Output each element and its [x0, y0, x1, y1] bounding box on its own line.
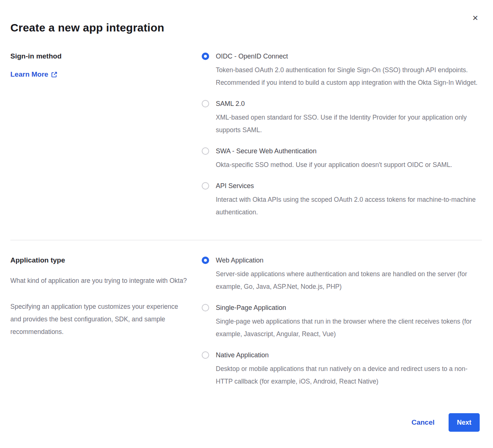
option-body: SWA - Secure Web Authentication Okta-spe… [216, 147, 452, 171]
option-label[interactable]: Web Application [216, 256, 480, 265]
cancel-button[interactable]: Cancel [412, 418, 435, 427]
option-label[interactable]: SAML 2.0 [216, 99, 480, 108]
application-type-section: Application type What kind of applicatio… [10, 256, 480, 388]
application-type-help-text: Specifying an application type customize… [10, 300, 187, 338]
signin-method-left-column: Sign-in method Learn More [10, 52, 202, 78]
option-body: API Services Interact with Okta APIs usi… [216, 181, 480, 218]
radio-selected-icon[interactable] [202, 257, 209, 264]
signin-method-label: Sign-in method [10, 52, 187, 61]
signin-option-oidc[interactable]: OIDC - OpenID Connect Token-based OAuth … [202, 52, 480, 89]
option-description: Okta-specific SSO method. Use if your ap… [216, 158, 452, 171]
apptype-option-spa[interactable]: Single-Page Application Single-page web … [202, 303, 480, 340]
option-description: XML-based open standard for SSO. Use if … [216, 111, 480, 136]
application-type-options: Web Application Server-side applications… [202, 256, 480, 388]
radio-icon[interactable] [202, 351, 209, 359]
radio-icon[interactable] [202, 182, 209, 190]
signin-option-saml[interactable]: SAML 2.0 XML-based open standard for SSO… [202, 99, 480, 136]
option-body: SAML 2.0 XML-based open standard for SSO… [216, 99, 480, 136]
option-body: OIDC - OpenID Connect Token-based OAuth … [216, 52, 480, 89]
create-app-integration-dialog: × Create a new app integration Sign-in m… [0, 0, 493, 448]
apptype-option-web[interactable]: Web Application Server-side applications… [202, 256, 480, 293]
radio-selected-icon[interactable] [202, 53, 209, 60]
radio-icon[interactable] [202, 304, 209, 311]
option-label[interactable]: SWA - Secure Web Authentication [216, 147, 452, 156]
option-description: Server-side applications where authentic… [216, 268, 480, 293]
application-type-question: What kind of application are you trying … [10, 274, 187, 287]
option-body: Native Application Desktop or mobile app… [216, 351, 480, 388]
option-description: Token-based OAuth 2.0 authentication for… [216, 64, 480, 89]
signin-method-options: OIDC - OpenID Connect Token-based OAuth … [202, 52, 480, 218]
option-body: Single-Page Application Single-page web … [216, 303, 480, 340]
option-body: Web Application Server-side applications… [216, 256, 480, 293]
next-button[interactable]: Next [449, 413, 480, 432]
apptype-option-native[interactable]: Native Application Desktop or mobile app… [202, 351, 480, 388]
learn-more-link[interactable]: Learn More [10, 70, 57, 78]
signin-method-section: Sign-in method Learn More OIDC - OpenID … [10, 52, 480, 218]
option-description: Single-page web applications that run in… [216, 315, 480, 340]
dialog-title: Create a new app integration [10, 21, 480, 34]
radio-icon[interactable] [202, 100, 209, 107]
radio-icon[interactable] [202, 147, 209, 155]
application-type-label: Application type [10, 256, 187, 265]
option-description: Desktop or mobile applications that run … [216, 362, 480, 388]
close-icon[interactable]: × [470, 13, 480, 23]
learn-more-label: Learn More [10, 70, 48, 78]
section-divider [10, 240, 482, 240]
external-link-icon [51, 71, 57, 78]
dialog-footer: Cancel Next [412, 413, 480, 432]
option-label[interactable]: API Services [216, 181, 480, 190]
option-label[interactable]: OIDC - OpenID Connect [216, 52, 480, 61]
signin-option-swa[interactable]: SWA - Secure Web Authentication Okta-spe… [202, 147, 480, 171]
option-label[interactable]: Native Application [216, 351, 480, 360]
signin-option-api-services[interactable]: API Services Interact with Okta APIs usi… [202, 181, 480, 218]
option-label[interactable]: Single-Page Application [216, 303, 480, 312]
option-description: Interact with Okta APIs using the scoped… [216, 193, 480, 218]
application-type-left-column: Application type What kind of applicatio… [10, 256, 202, 338]
